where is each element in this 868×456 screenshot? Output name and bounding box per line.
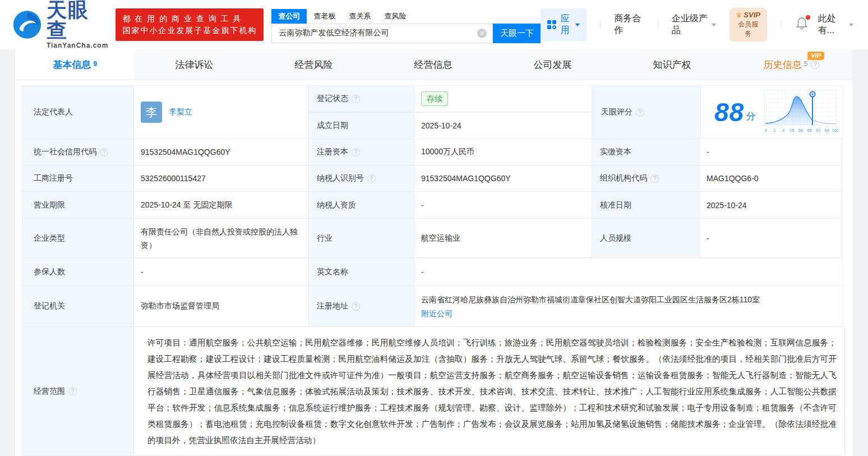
tab-history-info[interactable]: VIP 历史信息 5 [732, 49, 851, 80]
search-tab-relation[interactable]: 查关系 [342, 9, 377, 24]
score-distribution-chart: 0 1 3 15 50 85 97 99 100 [763, 89, 838, 135]
chevron-down-icon [575, 24, 580, 26]
nearby-companies-link[interactable]: 附近公司 [421, 309, 453, 319]
help-icon[interactable] [352, 148, 360, 156]
insured-count-label: 参保人数 [22, 257, 134, 286]
content-container: 基本信息 9 法律诉讼 经营风险 经营信息 公司发展 知识产权 VIP 历史信息… [15, 49, 852, 456]
tab-label: 法律诉讼 [176, 58, 214, 71]
reg-address-value: 云南省红河哈尼族彝族自治州弥勒市福城街道章保社区创智大道弥阳工业园区生活服务区2… [414, 285, 843, 327]
help-icon[interactable] [811, 61, 819, 69]
help-icon[interactable] [352, 302, 360, 311]
logo-subtitle: TianYanCha.com [47, 42, 109, 49]
taxpayer-quality-label: 纳税人资质 [308, 191, 414, 219]
tab-label: 知识产权 [653, 58, 691, 71]
approval-date-value: 2025-10-24 [699, 191, 842, 219]
chevron-down-icon [712, 24, 716, 26]
org-code-value: MAG1QQG6-0 [699, 165, 842, 192]
section-tabs: 基本信息 9 法律诉讼 经营风险 经营信息 公司发展 知识产权 VIP 历史信息… [15, 49, 852, 80]
apps-label: 应用 [560, 13, 572, 36]
status-badge: 存续 [421, 91, 448, 106]
help-icon[interactable] [68, 387, 77, 395]
avatar[interactable]: 李 [141, 102, 162, 123]
svg-text:100: 100 [832, 128, 838, 133]
english-name-value: - [414, 257, 843, 286]
tab-label: 经营风险 [295, 58, 333, 71]
chevron-down-icon [849, 24, 853, 26]
industry-label: 行业 [308, 218, 414, 258]
tab-company-development[interactable]: 公司发展 [493, 49, 612, 80]
tab-operating-risk[interactable]: 经营风险 [254, 49, 373, 80]
slogan-banner: 都 在 用 的 商 业 查 询 工 具 国家中小企业发展子基金旗下机构 [116, 8, 264, 41]
basic-info-table: 法定代表人 李 李梨立 登记状态 存续 成立日期 2025-10-24 天眼评分… [22, 86, 846, 456]
establish-date-label: 成立日期 [308, 112, 414, 139]
tab-label: 公司发展 [534, 58, 572, 71]
svg-text:99: 99 [825, 128, 829, 133]
notification-bell-icon[interactable] [796, 17, 808, 33]
taxpayer-id-label: 纳税人识别号 [308, 165, 414, 192]
search-tab-company[interactable]: 查公司 [271, 9, 307, 24]
tab-count: 9 [93, 60, 97, 68]
svg-text:50: 50 [798, 128, 803, 133]
svg-text:1: 1 [774, 128, 776, 133]
help-icon[interactable] [367, 174, 376, 183]
slogan-line2: 国家中小企业发展子基金旗下机构 [122, 25, 257, 36]
apps-grid-icon [547, 20, 556, 29]
reg-number-value: 532526000115427 [133, 165, 309, 192]
address-text: 云南省红河哈尼族彝族自治州弥勒市福城街道章保社区创智大道弥阳工业园区生活服务区2… [421, 293, 760, 306]
legal-rep-link[interactable]: 李梨立 [169, 107, 192, 117]
insured-count-value: - [133, 257, 309, 286]
help-icon[interactable] [100, 148, 108, 156]
search-input[interactable] [272, 29, 463, 38]
help-icon[interactable] [352, 95, 360, 103]
paid-capital-label: 实缴资本 [592, 139, 700, 165]
tab-intellectual-property[interactable]: 知识产权 [612, 49, 732, 80]
reg-status-value: 存续 [414, 85, 592, 112]
business-scope-text: 许可项目：通用航空服务；公共航空运输；民用航空器维修；民用航空维修人员培训；飞行… [141, 327, 844, 456]
svip-member-button[interactable]: ♛SVIP 会员服务 [730, 8, 767, 42]
business-term-value: 2025-10-24 至 无固定期限 [133, 191, 309, 219]
tianyancha-logo-icon [12, 10, 42, 40]
tab-label: 基本信息 [53, 58, 91, 71]
help-icon[interactable] [650, 174, 659, 183]
search-tab-risk[interactable]: 查风险 [377, 9, 413, 24]
industry-value: 航空运输业 [414, 218, 592, 258]
search-tab-boss[interactable]: 查老板 [307, 9, 342, 24]
staff-size-value: - [699, 218, 842, 258]
tab-basic-info[interactable]: 基本信息 9 [15, 49, 135, 80]
logo-title: 天眼查 [47, 0, 109, 40]
tab-count: 5 [804, 60, 808, 68]
search-button[interactable]: 天眼一下 [493, 24, 541, 43]
enterprise-products-link[interactable]: 企业级产品 [672, 13, 716, 36]
user-menu[interactable]: 此处有... [818, 13, 853, 36]
apps-menu[interactable]: 应用 [541, 8, 587, 41]
score-label: 天眼评分 [593, 85, 701, 139]
user-menu-label: 此处有... [818, 13, 846, 36]
enterprise-products-label: 企业级产品 [672, 13, 708, 36]
org-code-label: 组织机构代码 [592, 165, 700, 192]
logo[interactable]: 天眼查 TianYanCha.com [12, 0, 109, 49]
paid-capital-value: - [699, 139, 842, 165]
business-coop-link[interactable]: 商务合作 [614, 13, 644, 36]
business-scope-label: 经营范围 [22, 326, 134, 456]
header-nav: 应用 商务合作 企业级产品 ♛SVIP 会员服务 此处有... [541, 8, 853, 42]
english-name-label: 英文名称 [308, 257, 414, 286]
approval-date-label: 核准日期 [592, 191, 700, 219]
tab-legal-litigation[interactable]: 法律诉讼 [135, 49, 254, 80]
score-value[interactable]: 88 分 [700, 85, 843, 139]
score-unit: 分 [746, 110, 755, 123]
legal-rep-label: 法定代表人 [22, 85, 134, 139]
vip-badge: VIP [807, 52, 824, 60]
clear-search-icon[interactable]: ✕ [477, 29, 487, 38]
svg-text:15: 15 [790, 128, 795, 133]
staff-size-label: 人员规模 [592, 218, 700, 258]
help-icon[interactable] [636, 108, 644, 117]
reg-number-label: 工商注册号 [22, 165, 134, 192]
divider [600, 21, 601, 29]
svg-text:3: 3 [782, 128, 784, 133]
svip-service-label: 会员服务 [736, 20, 760, 39]
score-number: 88 [714, 97, 744, 127]
establish-date-value: 2025-10-24 [414, 112, 592, 139]
tab-business-info[interactable]: 经营信息 [373, 49, 493, 80]
page-header: 天眼查 TianYanCha.com 都 在 用 的 商 业 查 询 工 具 国… [0, 0, 868, 49]
tab-label: 历史信息 [764, 58, 802, 71]
